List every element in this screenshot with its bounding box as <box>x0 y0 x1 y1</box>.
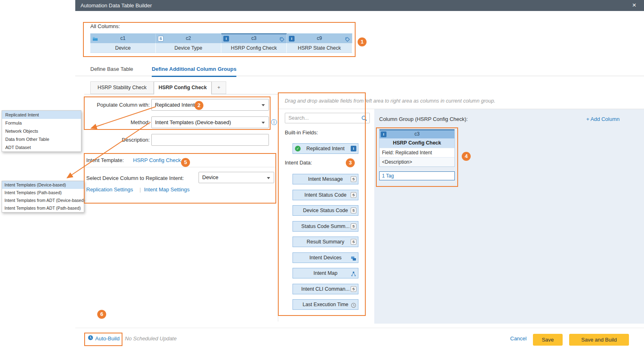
field-chip-label: Intent Status Code <box>304 192 347 198</box>
field-chip-replicated-intent[interactable]: ✓ Replicated Intent I <box>293 143 358 154</box>
annotation-box-3 <box>278 92 366 316</box>
group-tab-hsrp-config-check[interactable]: HSRP Config Check <box>154 81 212 94</box>
clock-icon <box>351 302 356 307</box>
field-chip-intent-status-code[interactable]: Intent Status Code S <box>293 190 358 200</box>
replication-settings-link[interactable]: Replication Settings <box>86 186 133 193</box>
column-card-title: HSRP Config Check <box>380 138 454 148</box>
description-input[interactable] <box>151 134 269 146</box>
add-column-link[interactable]: + Add Column <box>586 116 620 122</box>
intent-map-settings-link[interactable]: Intent Map Settings <box>144 186 190 193</box>
table-column-c1[interactable]: c1 Device <box>90 33 156 53</box>
device-column-label: Select Device Column to Replicate Intent… <box>86 175 184 181</box>
method-options-menu: Intent Templates (Device-based) Intent T… <box>2 181 84 213</box>
check-icon: ✓ <box>295 146 301 151</box>
column-id: c3 <box>221 34 286 43</box>
string-type-icon: S <box>158 36 164 42</box>
builtin-fields-label: Built-in Fields: <box>285 129 318 136</box>
add-group-tab-button[interactable]: + <box>212 81 226 94</box>
field-chip-intent-message[interactable]: Intent Message S <box>293 174 358 184</box>
field-chip-intent-map[interactable]: Intent Map <box>293 268 358 278</box>
intent-data-label: Intent Data: <box>285 160 312 166</box>
auto-build-link[interactable]: Auto-Build <box>95 335 120 342</box>
tag-icon <box>279 36 284 41</box>
save-and-build-button[interactable]: Save and Build <box>569 334 629 346</box>
column-group-card[interactable]: I c3 HSRP Config Check Field: Replicated… <box>379 129 455 167</box>
section-divider <box>84 167 276 167</box>
table-column-c3[interactable]: I c3 HSRP Config Check <box>221 33 287 53</box>
field-chip-intent-devices[interactable]: Intent Devices <box>293 252 358 263</box>
intent-template-link[interactable]: HSRP Config Check <box>133 157 181 163</box>
tab-define-base-table[interactable]: Define Base Table <box>90 66 133 76</box>
intent-template-label: Intent Template: <box>86 157 124 163</box>
main-tabs: Define Base Table Define Additional Colu… <box>90 66 236 77</box>
field-chip-label: Last Execution Time <box>303 302 349 307</box>
field-chip-label: Intent Devices <box>309 255 341 261</box>
menu-item-intent-templates-path-based[interactable]: Intent Templates (Path-based) <box>2 189 84 197</box>
field-chip-result-summary[interactable]: Result Summary S <box>293 237 358 247</box>
intent-type-icon: I <box>289 36 295 42</box>
schedule-status: No Scheduled Update <box>125 335 177 342</box>
dialog-title: Automation Data Table Builder <box>81 2 152 9</box>
table-column-c2[interactable]: S c2 Device Type <box>156 33 221 53</box>
field-chip-label: Replicated Intent <box>306 146 345 151</box>
column-name: HSRP State Check <box>287 43 352 53</box>
field-chip-label: Intent Message <box>308 176 343 182</box>
menu-item-adt-dataset[interactable]: ADT Dataset <box>2 143 81 151</box>
column-card-description[interactable]: <Description> <box>380 157 454 167</box>
annotation-marker-1: 1 <box>358 37 367 46</box>
column-id: c9 <box>287 34 352 43</box>
field-chip-label: Intent Map <box>313 270 337 276</box>
populate-column-select[interactable]: Replicated Intent <box>151 99 269 111</box>
method-select[interactable]: Intent Templates (Device-based) <box>151 116 269 128</box>
clock-icon <box>87 335 94 342</box>
menu-item-formula[interactable]: Formula <box>2 119 81 127</box>
column-card-id: c3 <box>380 130 454 138</box>
string-type-icon: S <box>351 224 356 229</box>
annotation-marker-6: 6 <box>97 310 106 319</box>
close-icon[interactable]: × <box>629 0 639 11</box>
menu-item-network-objects[interactable]: Network Objects <box>2 127 81 135</box>
field-chip-intent-cli-commands[interactable]: Intent CLI Comman... S <box>293 284 358 294</box>
dialog-titlebar: Automation Data Table Builder <box>75 0 644 11</box>
footer-divider <box>75 328 644 328</box>
table-column-c9[interactable]: I c9 HSRP State Check <box>287 33 352 53</box>
string-type-icon: S <box>351 176 356 182</box>
save-button[interactable]: Save <box>533 334 563 346</box>
menu-item-intent-templates-device-based[interactable]: Intent Templates (Device-based) <box>2 181 84 189</box>
all-columns-table: c1 Device S c2 Device Type I c3 HSRP Con… <box>90 33 352 53</box>
device-column-select[interactable]: Device <box>199 172 274 183</box>
search-input[interactable] <box>285 113 357 123</box>
devices-icon <box>351 255 356 261</box>
string-type-icon: S <box>351 286 356 292</box>
all-columns-label: All Columns: <box>90 23 120 29</box>
field-search <box>285 113 370 123</box>
description-label: Description: <box>83 137 150 143</box>
column-card-field: Field: Replicated Intent <box>380 148 454 157</box>
menu-item-intent-templates-adt-path-based[interactable]: Intent Templates from ADT (Path-based) <box>2 204 84 212</box>
string-type-icon: S <box>351 192 356 198</box>
menu-item-intent-templates-adt-device-based[interactable]: Intent Templates from ADT (Device-based) <box>2 197 84 204</box>
menu-item-replicated-intent[interactable]: Replicated Intent <box>2 111 81 119</box>
field-chip-label: Result Summary <box>307 239 344 245</box>
annotation-marker-5: 5 <box>181 158 190 167</box>
tag-icon <box>345 36 350 41</box>
column-card-tag-count[interactable]: 1 Tag <box>379 171 455 180</box>
field-chip-status-code-summary[interactable]: Status Code Summ... S <box>293 221 358 232</box>
field-chip-last-execution-time[interactable]: Last Execution Time <box>293 299 358 310</box>
cancel-button[interactable]: Cancel <box>510 335 526 342</box>
menu-item-data-from-other-table[interactable]: Data from Other Table <box>2 135 81 143</box>
field-chip-device-status-code[interactable]: Device Status Code S <box>293 205 358 216</box>
intent-type-icon: I <box>223 36 229 42</box>
chevron-down-icon <box>267 177 270 179</box>
column-name: Device Type <box>156 43 221 53</box>
method-label: Method: <box>83 119 150 125</box>
info-icon[interactable]: ⓘ <box>271 118 277 126</box>
search-icon[interactable] <box>361 115 367 123</box>
column-name: HSRP Config Check <box>221 43 287 53</box>
chevron-down-icon <box>262 104 265 106</box>
column-card-header: I c3 <box>380 129 454 138</box>
links-separator: | <box>140 186 141 193</box>
panel-divider <box>278 94 278 322</box>
group-tab-hsrp-stability-check[interactable]: HSRP Stability Check <box>90 81 154 94</box>
tab-define-additional-column-groups[interactable]: Define Additional Column Groups <box>152 66 236 77</box>
